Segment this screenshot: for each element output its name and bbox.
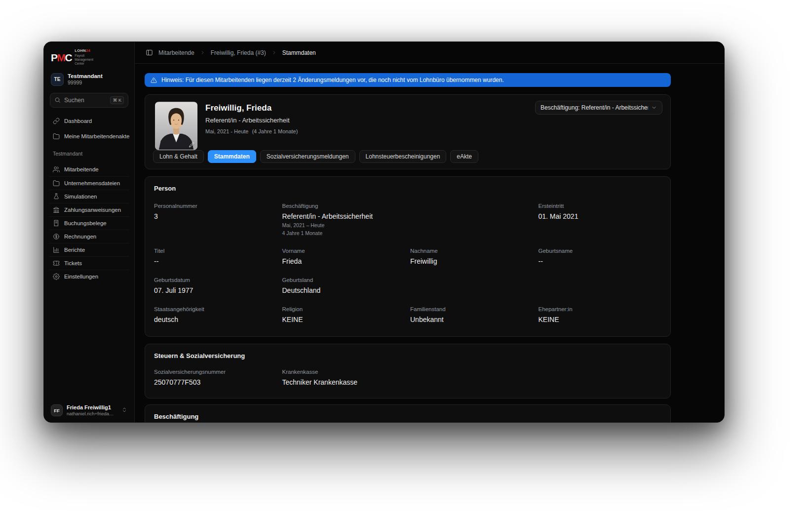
field-familienstand: Familienstand Unbekannt (410, 306, 534, 323)
person-section: Person Personalnummer 3 Beschäftigung Re… (145, 176, 671, 337)
ticket-icon (53, 260, 60, 267)
sidebar-item-tickets[interactable]: Tickets (49, 256, 129, 270)
warning-icon (151, 77, 157, 83)
sidebar-item-simulationen[interactable]: Simulationen (49, 190, 129, 203)
sidebar-item-zahlungsanweisungen[interactable]: Zahlungsanweisungen (49, 203, 129, 216)
link-icon (53, 118, 60, 124)
employment-period: Mai, 2021 - Heute (205, 128, 248, 134)
field-religion: Religion KEINE (282, 306, 406, 323)
sidebar-item-rechnungen[interactable]: Rechnungen (49, 230, 129, 243)
edit-photo-button[interactable] (189, 141, 195, 150)
section-title-person: Person (154, 185, 661, 192)
folder-icon (53, 180, 60, 187)
panel-left-icon (146, 49, 153, 56)
main-area: Mitarbeitende Freiwillig, Frieda (#3) St… (135, 42, 724, 422)
section-title-beschaeftigung: Beschäftigung (154, 413, 661, 420)
sidebar-toggle-button[interactable] (146, 49, 153, 56)
dollar-circle-icon (53, 233, 60, 240)
app-logo: PMC LOHN24 Payroll Management Center (49, 48, 129, 70)
pencil-icon (189, 142, 195, 148)
sidebar-item-einstellungen[interactable]: Einstellungen (49, 270, 129, 283)
tab-lohn-gehalt[interactable]: Lohn & Gehalt (153, 150, 204, 163)
field-vorname: Vorname Frieda (282, 248, 406, 265)
brand-text: LOHN24 Payroll Management Center (75, 49, 100, 66)
sidebar-primary-nav: Dashboard Meine Mitarbeitendenakte (49, 114, 129, 144)
employment-section: Beschäftigung (145, 404, 671, 422)
chart-icon (53, 246, 60, 253)
search-placeholder: Suchen (64, 97, 107, 104)
taxes-section: Steuern & Sozialversicherung Sozialversi… (145, 344, 671, 398)
employee-tabs: Lohn & Gehalt Stammdaten Sozialversicher… (153, 150, 478, 163)
field-beschaeftigung: Beschäftigung Referent/in - Arbeitssiche… (282, 203, 406, 236)
notice-text: Hinweis: Für diesen Mitarbeitenden liege… (161, 77, 504, 83)
tab-eakte[interactable]: eAkte (450, 150, 478, 163)
search-icon (54, 97, 61, 103)
chevrons-up-down-icon (121, 406, 127, 415)
users-icon (53, 166, 60, 173)
field-staatsangehoerigkeit: Staatsangehörigkeit deutsch (154, 306, 277, 323)
bank-icon (53, 206, 60, 213)
field-geburtsdatum: Geburtsdatum 07. Juli 1977 (154, 277, 277, 294)
user-name: Frieda Freiwillig1 (67, 404, 117, 410)
flask-icon (53, 193, 60, 200)
user-avatar: FF (51, 404, 63, 416)
field-ehepartner: Ehepartner:in KEINE (539, 306, 662, 323)
tenant-switcher[interactable]: TE Testmandant 99999 (49, 70, 129, 89)
app-window: PMC LOHN24 Payroll Management Center TE … (43, 41, 725, 423)
tab-stammdaten[interactable]: Stammdaten (208, 150, 256, 163)
gear-icon (53, 273, 60, 280)
sidebar-section-label: Testmandant (53, 151, 125, 157)
sidebar-item-berichte[interactable]: Berichte (49, 243, 129, 256)
breadcrumb-item-mitarbeitende[interactable]: Mitarbeitende (158, 49, 194, 56)
notice-banner: Hinweis: Für diesen Mitarbeitenden liege… (145, 73, 671, 87)
tab-lohnsteuerbescheinigungen[interactable]: Lohnsteuerbescheinigungen (359, 150, 447, 163)
tenant-name: Testmandant (68, 73, 103, 79)
section-title-taxes: Steuern & Sozialversicherung (154, 352, 661, 359)
tenant-number: 99999 (68, 80, 103, 85)
employment-select[interactable]: Beschäftigung: Referent/in - Arbeitssich… (535, 101, 662, 115)
sidebar: PMC LOHN24 Payroll Management Center TE … (44, 42, 135, 422)
field-geburtsland: Geburtsland Deutschland (282, 277, 406, 294)
employee-header-card: Freiwillig, Frieda Referent/in - Arbeits… (145, 94, 671, 169)
field-titel: Titel -- (154, 248, 277, 265)
field-ersteintritt: Ersteintritt 01. Mai 2021 (539, 203, 662, 236)
brand-mark: PMC (51, 52, 72, 63)
field-geburtsname: Geburtsname -- (539, 248, 662, 265)
employee-role: Referent/in - Arbeitssicherheit (205, 117, 662, 124)
chevron-down-icon (651, 105, 657, 111)
breadcrumb-item-stammdaten: Stammdaten (282, 49, 316, 56)
field-nachname: Nachname Freiwillig (410, 248, 534, 265)
page-content: Hinweis: Für diesen Mitarbeitenden liege… (135, 64, 724, 422)
sidebar-item-unternehmensdateien[interactable]: Unternehmensdateien (49, 176, 129, 190)
field-sozialversicherungsnummer: Sozialversicherungsnummer 25070777F503 (154, 369, 277, 386)
breadcrumb-item-employee[interactable]: Freiwillig, Frieda (#3) (211, 49, 266, 56)
search-shortcut-badge: ⌘ K (110, 96, 124, 104)
tenant-avatar: TE (51, 73, 64, 86)
tab-sozialversicherungsmeldungen[interactable]: Sozialversicherungsmeldungen (260, 150, 355, 163)
breadcrumb-bar: Mitarbeitende Freiwillig, Frieda (#3) St… (135, 42, 724, 64)
employment-duration: (4 Jahre 1 Monate) (252, 128, 298, 134)
user-email: nathaniel.rich+frieda@... (67, 411, 117, 416)
sidebar-item-mitarbeitende[interactable]: Mitarbeitende (49, 163, 129, 176)
sidebar-item-buchungsbelege[interactable]: Buchungsbelege (49, 216, 129, 230)
sidebar-tenant-nav: Mitarbeitende Unternehmensdateien Simula… (49, 163, 129, 283)
receipt-icon (53, 220, 60, 227)
user-menu[interactable]: FF Frieda Freiwillig1 nathaniel.rich+fri… (49, 401, 129, 416)
field-personalnummer: Personalnummer 3 (154, 203, 277, 236)
chevron-right-icon (271, 50, 277, 55)
folder-icon (53, 133, 60, 140)
sidebar-item-dashboard[interactable]: Dashboard (49, 114, 129, 129)
sidebar-item-meine-mitarbeitendenakte[interactable]: Meine Mitarbeitendenakte (49, 129, 129, 144)
chevron-right-icon (200, 50, 205, 55)
field-krankenkasse: Krankenkasse Techniker Krankenkasse (282, 369, 406, 386)
search-input[interactable]: Suchen ⌘ K (50, 93, 128, 108)
